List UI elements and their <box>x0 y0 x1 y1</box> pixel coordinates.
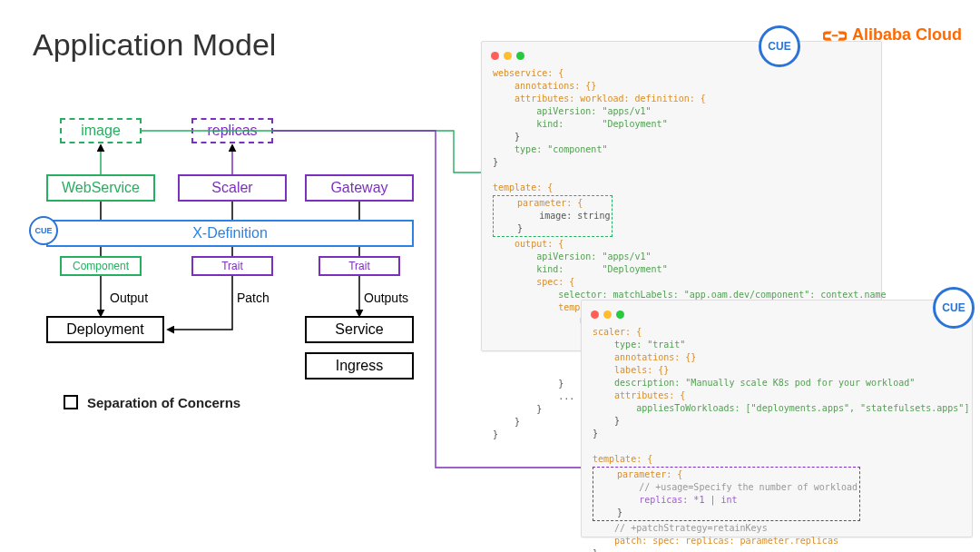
window-controls <box>582 301 972 322</box>
code-block-scaler: scaler: { type: "trait" annotations: {} … <box>582 322 972 552</box>
brand-logo: Alibaba Cloud <box>823 25 962 44</box>
label-patch: Patch <box>237 291 270 305</box>
label-outputs: Outputs <box>364 291 408 305</box>
alibaba-cloud-icon <box>823 26 847 44</box>
highlight-parameter-image: parameter: { image: string } <box>493 195 612 237</box>
cue-badge-small: CUE <box>29 216 58 245</box>
node-trait-2: Trait <box>318 256 400 276</box>
node-ingress: Ingress <box>305 352 414 380</box>
code-panel-scaler: scaler: { type: "trait" annotations: {} … <box>581 300 973 537</box>
cue-badge-panel-2: CUE <box>933 287 975 329</box>
node-trait-1: Trait <box>191 256 273 276</box>
node-component: Component <box>60 256 142 276</box>
window-controls <box>482 42 881 64</box>
cue-badge-panel-1: CUE <box>759 25 800 67</box>
page-title: Application Model <box>33 27 276 63</box>
highlight-parameter-replicas: parameter: { // +usage=Specify the numbe… <box>593 467 860 521</box>
label-output: Output <box>110 291 148 305</box>
node-x-definition: X-Definition <box>46 220 414 247</box>
node-image: image <box>60 118 142 143</box>
node-webservice: WebService <box>46 174 155 202</box>
bullet-separation-of-concerns: Separation of Concerns <box>64 395 240 410</box>
node-deployment: Deployment <box>46 316 164 343</box>
architecture-diagram: image replicas WebService Scaler Gateway… <box>33 109 414 381</box>
node-service: Service <box>305 316 414 343</box>
node-scaler: Scaler <box>178 174 287 202</box>
brand-text: Alibaba Cloud <box>852 25 962 44</box>
node-gateway: Gateway <box>305 174 414 202</box>
node-replicas: replicas <box>191 118 273 143</box>
